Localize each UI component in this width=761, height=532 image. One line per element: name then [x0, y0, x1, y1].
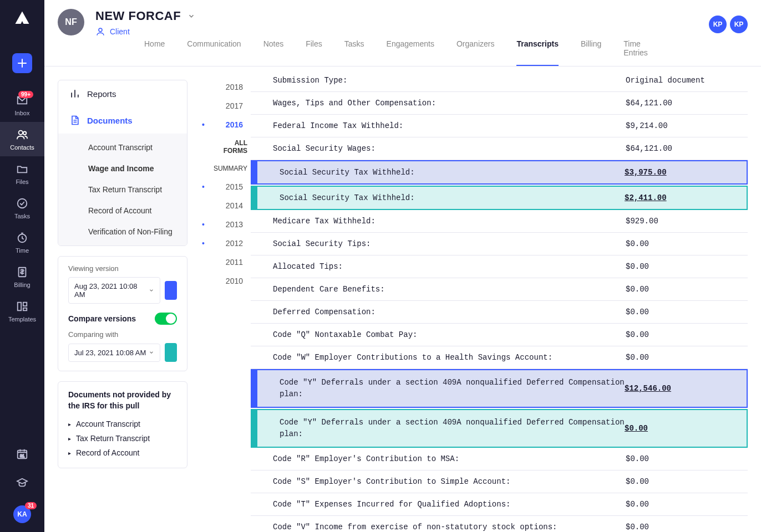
- transcript-row: Submission Type:Original document: [251, 69, 748, 92]
- nav-templates[interactable]: Templates: [0, 294, 44, 328]
- row-label: Code "Y" Deferrals under a section 409A …: [280, 417, 625, 440]
- year-2013[interactable]: 2013: [200, 215, 250, 234]
- tab-tasks[interactable]: Tasks: [344, 32, 364, 66]
- year-2012[interactable]: 2012: [200, 234, 250, 253]
- row-value: $3,975.00: [625, 168, 735, 177]
- tab-communication[interactable]: Communication: [187, 32, 241, 66]
- header: NF NEW FORCAF Client KP KP HomeCommunica…: [44, 0, 761, 66]
- doc-type-tax-return-transcript[interactable]: Tax Return Transcript: [58, 179, 187, 200]
- tab-organizers[interactable]: Organizers: [456, 32, 494, 66]
- row-label: Code "R" Employer's Contribution to MSA:: [273, 454, 626, 463]
- svg-rect-7: [23, 308, 27, 311]
- irs-missing-item[interactable]: Tax Return Transcript: [68, 431, 177, 446]
- calendar-icon[interactable]: 31: [16, 448, 28, 460]
- irs-missing-item[interactable]: Record of Account: [68, 446, 177, 460]
- row-label: Submission Type:: [273, 76, 626, 85]
- svg-rect-5: [18, 303, 21, 311]
- education-icon[interactable]: [16, 477, 28, 489]
- row-label: Medicare Tax Withheld:: [273, 217, 626, 226]
- row-label: Code "Q" Nontaxable Combat Pay:: [273, 330, 626, 339]
- client-dropdown-icon[interactable]: [187, 12, 195, 20]
- transcript-row: Code "V" Income from exercise of non-sta…: [251, 516, 748, 532]
- svg-point-2: [18, 199, 27, 208]
- nav-inbox[interactable]: 99+ Inbox: [0, 88, 44, 122]
- year-2014[interactable]: 2014: [200, 196, 250, 215]
- row-label: Code "W" Employer Contributions to a Hea…: [273, 353, 626, 362]
- row-value: $0.00: [625, 424, 735, 433]
- transcript-row: Code "Y" Deferrals under a section 409A …: [251, 369, 748, 408]
- transcript-row: Federal Income Tax Withheld:$9,214.00: [251, 115, 748, 137]
- transcript-row: Code "T" Expenses Incurred for Qualified…: [251, 493, 748, 516]
- transcript-row: Social Security Wages:$64,121.00: [251, 137, 748, 160]
- viewing-version-select[interactable]: Aug 23, 2021 10:08 AM: [68, 277, 160, 304]
- year-2011[interactable]: 2011: [200, 253, 250, 272]
- year-2018[interactable]: 2018: [200, 78, 250, 96]
- nav-contacts[interactable]: Contacts: [0, 122, 44, 156]
- transcript-row: Dependent Care Benefits:$0.00: [251, 278, 748, 301]
- tab-home[interactable]: Home: [144, 32, 165, 66]
- year-2010[interactable]: 2010: [200, 272, 250, 290]
- row-label: Social Security Tips:: [273, 239, 626, 248]
- row-label: Social Security Tax Withheld:: [280, 168, 625, 177]
- version-color-a: [165, 281, 177, 300]
- client-name: NEW FORCAF: [95, 9, 181, 23]
- transcript-row: Medicare Tax Withheld:$929.00: [251, 210, 748, 233]
- nav-billing[interactable]: Billing: [0, 259, 44, 294]
- tab-time-entries[interactable]: Time Entries: [623, 32, 661, 66]
- row-value: $0.00: [626, 262, 737, 271]
- transcript-row: Code "S" Employer's Contribution to Simp…: [251, 470, 748, 493]
- row-value: $0.00: [626, 308, 737, 316]
- header-avatar[interactable]: KP: [709, 16, 727, 33]
- row-value: $9,214.00: [626, 121, 737, 130]
- transcript-row: Allocated Tips:$0.00: [251, 255, 748, 278]
- irs-missing-title: Documents not provided by the IRS for th…: [68, 390, 177, 411]
- row-label: Social Security Wages:: [273, 144, 626, 153]
- year-2015[interactable]: 2015: [200, 177, 250, 196]
- year-sub-all-forms[interactable]: ALL FORMS: [200, 134, 250, 160]
- user-avatar[interactable]: KA 31: [13, 505, 31, 523]
- doc-type-wage-and-income[interactable]: Wage and Income: [58, 158, 187, 179]
- nav-files[interactable]: Files: [0, 156, 44, 191]
- comparing-with-label: Comparing with: [58, 330, 187, 343]
- year-list: 201820172016ALL FORMSSUMMARY201520142013…: [200, 78, 250, 290]
- header-avatar[interactable]: KP: [730, 16, 748, 33]
- tab-notes[interactable]: Notes: [263, 32, 284, 66]
- row-value: $12,546.00: [625, 384, 735, 393]
- row-label: Dependent Care Benefits:: [273, 285, 626, 294]
- tab-engagements[interactable]: Engagements: [387, 32, 434, 66]
- row-value: Original document: [626, 76, 737, 85]
- compare-versions-label: Compare versions: [68, 314, 136, 323]
- row-label: Allocated Tips:: [273, 262, 626, 271]
- transcript-row: Code "Q" Nontaxable Combat Pay:$0.00: [251, 324, 748, 346]
- row-label: Code "V" Income from exercise of non-sta…: [273, 523, 626, 531]
- viewing-version-label: Viewing version: [58, 257, 187, 277]
- panel-reports[interactable]: Reports: [58, 80, 187, 107]
- comparing-version-select[interactable]: Jul 23, 2021 10:08 AM: [68, 344, 160, 362]
- nav-time[interactable]: Time: [0, 225, 44, 259]
- transcript-table: Submission Type:Original documentWages, …: [251, 69, 748, 532]
- transcript-row: Code "Y" Deferrals under a section 409A …: [251, 409, 748, 448]
- row-value: $64,121.00: [626, 144, 737, 153]
- irs-missing-item[interactable]: Account Transcript: [68, 417, 177, 431]
- nav-tasks[interactable]: Tasks: [0, 191, 44, 225]
- row-value: $0.00: [626, 523, 737, 531]
- transcript-row: Social Security Tax Withheld:$3,975.00: [251, 160, 748, 185]
- tab-billing[interactable]: Billing: [581, 32, 601, 66]
- tab-files[interactable]: Files: [306, 32, 322, 66]
- compare-toggle[interactable]: [155, 313, 177, 325]
- tab-transcripts[interactable]: Transcripts: [516, 32, 558, 66]
- doc-type-record-of-account[interactable]: Record of Account: [58, 200, 187, 221]
- year-2017[interactable]: 2017: [200, 96, 250, 115]
- panel-documents[interactable]: Documents: [58, 107, 187, 134]
- transcript-row: Code "W" Employer Contributions to a Hea…: [251, 346, 748, 369]
- year-sub-summary[interactable]: SUMMARY: [200, 160, 250, 177]
- doc-type-account-transcript[interactable]: Account Transcript: [58, 137, 187, 158]
- svg-point-1: [23, 132, 27, 135]
- transcript-row: Code "R" Employer's Contribution to MSA:…: [251, 448, 748, 470]
- transcript-row: Social Security Tax Withheld:$2,411.00: [251, 186, 748, 210]
- user-badge: 31: [25, 502, 37, 509]
- add-button[interactable]: [12, 53, 32, 73]
- doc-type-verification-of-non-filing[interactable]: Verification of Non-Filing: [58, 221, 187, 242]
- year-2016[interactable]: 2016: [200, 115, 250, 134]
- nav-sidebar: 99+ Inbox Contacts Files Tasks Time Bill…: [0, 0, 44, 532]
